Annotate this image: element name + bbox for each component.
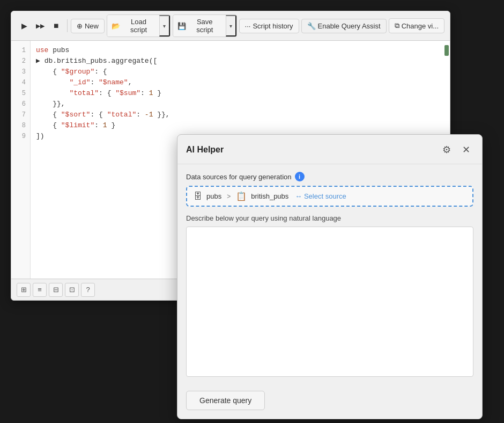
save-label: Save script <box>188 18 221 34</box>
source-arrow: > <box>227 193 231 200</box>
code-line-3: { "$group": { <box>36 67 444 77</box>
save-script-main[interactable]: 💾 Save script <box>173 15 226 37</box>
code-line-2: ▶ db.british_pubs.aggregate([ <box>36 56 444 67</box>
source-collection-name: british_pubs <box>251 192 288 200</box>
ai-panel-footer: Generate query <box>177 384 482 419</box>
history-icon: ··· <box>245 22 251 30</box>
ai-panel-header: AI Helper ⚙ ✕ <box>177 135 482 164</box>
data-sources-text: Data sources for query generation <box>186 173 292 181</box>
script-history-button[interactable]: ··· Script history <box>239 19 299 33</box>
load-script-arrow[interactable]: ▾ <box>159 15 170 37</box>
script-history-label: Script history <box>253 22 293 30</box>
line-num-6: 6 <box>11 99 30 110</box>
change-view-icon: ⧉ <box>395 21 399 30</box>
select-source-label: ↔ Select source <box>295 192 346 200</box>
load-script-main[interactable]: 📂 Load script <box>107 15 159 37</box>
save-icon: 💾 <box>177 22 186 30</box>
change-view-label: Change vi... <box>402 22 439 30</box>
ai-panel-body: Data sources for query generation i 🗄 pu… <box>177 164 482 384</box>
info-badge[interactable]: i <box>295 172 305 181</box>
query-assist-label: Enable Query Assist <box>318 22 381 30</box>
collection-icon: 📋 <box>236 191 247 201</box>
data-sources-label-row: Data sources for query generation i <box>186 172 473 181</box>
ai-panel-title: AI Helper <box>186 145 224 155</box>
generate-query-button[interactable]: Generate query <box>186 391 265 410</box>
stop-button[interactable]: ⏹ <box>49 18 64 33</box>
line-num-5: 5 <box>11 88 30 99</box>
line-numbers: 1 2 3 4 5 6 7 8 9 <box>11 41 31 279</box>
new-button[interactable]: ⊕ New <box>71 19 105 33</box>
ai-panel-controls: ⚙ ✕ <box>439 142 473 157</box>
ai-settings-button[interactable]: ⚙ <box>439 142 454 157</box>
query-input[interactable] <box>186 227 473 377</box>
toolbar: ▶ ▶▶ ⏹ ⊕ New 📂 Load script ▾ 💾 Save scri… <box>11 11 450 41</box>
play-controls: ▶ ▶▶ ⏹ <box>17 18 64 33</box>
line-num-7: 7 <box>11 110 30 120</box>
source-db-name: pubs <box>206 192 221 200</box>
code-line-1: use pubs <box>36 45 444 56</box>
save-script-button[interactable]: 💾 Save script ▾ <box>173 14 237 37</box>
code-line-6: }}, <box>36 99 444 110</box>
list-view-button[interactable]: ≡ <box>33 283 47 297</box>
new-icon: ⊕ <box>77 22 83 30</box>
expand-button[interactable]: ⊡ <box>65 283 79 297</box>
scrollbar-indicator <box>444 45 449 56</box>
ai-close-button[interactable]: ✕ <box>458 142 473 157</box>
select-source-button[interactable]: ↔ Select source <box>295 192 346 200</box>
code-line-7: { "$sort": { "total": -1 }}, <box>36 110 444 120</box>
load-label: Load script <box>122 18 155 34</box>
line-num-3: 3 <box>11 67 30 77</box>
line-num-1: 1 <box>11 45 30 56</box>
code-line-5: "total": { "$sum": 1 } <box>36 88 444 99</box>
line-num-9: 9 <box>11 131 30 142</box>
load-script-button[interactable]: 📂 Load script ▾ <box>107 14 171 37</box>
toolbar-divider-1 <box>67 19 68 32</box>
enable-query-assist-button[interactable]: 🔧 Enable Query Assist <box>301 19 387 33</box>
code-line-4: "_id": "$name", <box>36 77 444 88</box>
load-icon: 📂 <box>112 22 120 30</box>
source-selector[interactable]: 🗄 pubs > 📋 british_pubs ↔ Select source <box>186 186 473 207</box>
collapse-button[interactable]: ⊟ <box>49 283 63 297</box>
change-view-button[interactable]: ⧉ Change vi... <box>389 18 444 33</box>
generate-label: Generate query <box>199 396 251 405</box>
play-fast-button[interactable]: ▶▶ <box>33 18 48 33</box>
db-icon: 🗄 <box>194 192 202 201</box>
line-num-8: 8 <box>11 120 30 131</box>
code-line-8: { "$limit": 1 } <box>36 120 444 131</box>
grid-view-button[interactable]: ⊞ <box>17 283 31 297</box>
new-label: New <box>85 22 99 30</box>
line-num-2: 2 <box>11 56 30 67</box>
help-button[interactable]: ? <box>81 283 95 297</box>
query-assist-icon: 🔧 <box>307 22 316 30</box>
line-num-4: 4 <box>11 77 30 88</box>
ai-helper-panel: AI Helper ⚙ ✕ Data sources for query gen… <box>177 134 483 419</box>
save-script-arrow[interactable]: ▾ <box>226 15 236 37</box>
play-button[interactable]: ▶ <box>17 18 32 33</box>
query-describe-label: Describe below your query using natural … <box>186 214 473 222</box>
